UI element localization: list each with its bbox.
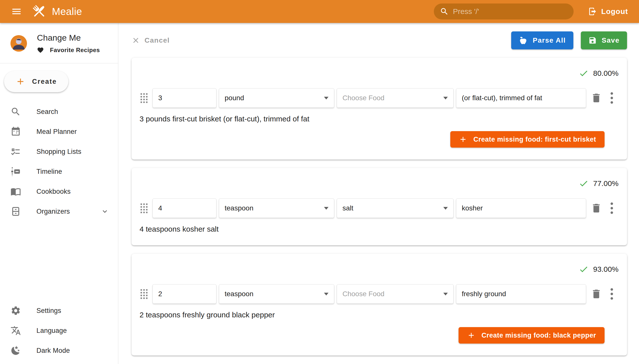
unit-value: teaspoon xyxy=(225,204,253,212)
close-icon xyxy=(132,36,140,45)
delete-icon[interactable] xyxy=(591,202,602,214)
user-profile[interactable]: Change Me Favorite Recipes xyxy=(0,23,118,63)
original-ingredient-text: 3 pounds first-cut brisket (or flat-cut)… xyxy=(138,115,619,123)
save-button[interactable]: Save xyxy=(581,32,627,49)
sidebar-item-label: Settings xyxy=(37,307,109,315)
logout-label: Logout xyxy=(601,7,628,16)
quantity-field[interactable] xyxy=(152,284,217,304)
sidebar-item-language[interactable]: Language xyxy=(0,320,118,340)
sidebar-item-label: Shopping Lists xyxy=(37,148,109,156)
sidebar-item-meal-planner[interactable]: Meal Planner xyxy=(0,122,118,142)
confidence-value: 93.00% xyxy=(593,265,618,274)
delete-icon[interactable] xyxy=(591,288,602,300)
delete-icon[interactable] xyxy=(591,92,602,104)
quantity-field[interactable] xyxy=(152,88,217,108)
sidebar-item-settings[interactable]: Settings xyxy=(0,301,118,320)
original-ingredient-text: 2 teaspoons freshly ground black pepper xyxy=(138,311,619,319)
note-field[interactable] xyxy=(456,284,586,304)
plus-icon xyxy=(467,331,476,340)
dropdown-caret-icon xyxy=(324,293,328,296)
ingredient-fields-row: teaspoon Choose Food xyxy=(138,284,619,304)
create-missing-food-button[interactable]: Create missing food: first-cut brisket xyxy=(450,131,604,148)
unit-select[interactable]: pound xyxy=(219,88,334,108)
create-missing-food-label: Create missing food: first-cut brisket xyxy=(473,136,596,143)
search-icon xyxy=(440,7,449,16)
ingredient-list: 80.00% pound Choose Food 3 pounds fi xyxy=(132,49,627,356)
food-value: Choose Food xyxy=(342,290,384,298)
quantity-field[interactable] xyxy=(152,198,217,218)
logout-button[interactable]: Logout xyxy=(585,4,631,18)
note-input[interactable] xyxy=(462,290,580,298)
drag-handle[interactable] xyxy=(140,289,147,299)
sidebar-nav: Search Meal Planner Shopping Lists xyxy=(0,102,118,222)
food-select[interactable]: Choose Food xyxy=(337,88,454,108)
cancel-button[interactable]: Cancel xyxy=(132,36,170,45)
kebab-menu-icon[interactable] xyxy=(610,92,613,104)
confidence-value: 80.00% xyxy=(593,69,618,78)
kebab-menu-icon[interactable] xyxy=(610,202,613,214)
avatar xyxy=(11,35,27,52)
note-field[interactable] xyxy=(456,198,586,218)
drag-handle[interactable] xyxy=(140,204,147,213)
plus-icon xyxy=(459,135,467,144)
sidebar-item-label: Timeline xyxy=(37,168,109,176)
search-icon xyxy=(11,106,21,117)
ingredient-card: 93.00% teaspoon Choose Food 2 teaspo xyxy=(132,254,627,356)
app-logo[interactable]: Mealie xyxy=(31,3,82,20)
sidebar-item-label: Organizers xyxy=(37,208,85,216)
create-missing-food-row: Create missing food: black pepper xyxy=(138,327,619,344)
create-missing-food-button[interactable]: Create missing food: black pepper xyxy=(459,327,604,344)
quantity-input[interactable] xyxy=(158,290,211,298)
unit-select[interactable]: teaspoon xyxy=(219,198,334,218)
parser-toolbar: Cancel Parse All Save xyxy=(132,32,627,49)
create-missing-food-row: Create missing food: first-cut brisket xyxy=(138,131,619,148)
dropdown-caret-icon xyxy=(443,97,448,100)
apple-icon xyxy=(519,36,528,45)
unit-value: pound xyxy=(225,94,244,102)
sidebar-item-cookbooks[interactable]: Cookbooks xyxy=(0,182,118,202)
note-input[interactable] xyxy=(462,204,580,212)
drag-handle[interactable] xyxy=(140,93,147,103)
food-select[interactable]: salt xyxy=(337,198,454,218)
note-field[interactable] xyxy=(456,88,586,108)
dropdown-caret-icon xyxy=(324,97,328,100)
sidebar-item-shopping-lists[interactable]: Shopping Lists xyxy=(0,142,118,162)
user-name: Change Me xyxy=(37,33,100,43)
sidebar-item-label: Cookbooks xyxy=(37,188,109,196)
quantity-input[interactable] xyxy=(158,204,211,212)
sidebar-item-timeline[interactable]: Timeline xyxy=(0,162,118,182)
create-missing-food-label: Create missing food: black pepper xyxy=(482,332,596,339)
sidebar-divider xyxy=(0,63,118,63)
checklist-icon xyxy=(11,146,21,157)
sidebar-item-label: Search xyxy=(37,108,109,116)
plus-icon xyxy=(16,76,26,86)
check-icon xyxy=(579,178,589,188)
search-input[interactable] xyxy=(453,7,568,16)
hamburger-menu-button[interactable] xyxy=(9,4,25,20)
sidebar: Change Me Favorite Recipes Create Search… xyxy=(0,23,118,364)
note-input[interactable] xyxy=(462,94,580,102)
cabinet-icon xyxy=(11,206,21,217)
global-search[interactable] xyxy=(434,4,574,20)
food-select[interactable]: Choose Food xyxy=(337,284,454,304)
favorite-recipes-label: Favorite Recipes xyxy=(50,46,100,54)
sidebar-bottom-nav: Settings Language Dark Mode xyxy=(0,301,118,364)
gear-icon xyxy=(11,306,21,316)
confidence-indicator: 80.00% xyxy=(138,68,619,78)
app-bar: Mealie Logout xyxy=(0,0,639,23)
translate-icon xyxy=(11,325,21,336)
original-ingredient-text: 4 teaspoons kosher salt xyxy=(138,225,619,233)
sidebar-item-organizers[interactable]: Organizers xyxy=(0,202,118,222)
sidebar-item-dark-mode[interactable]: Dark Mode xyxy=(0,340,118,360)
sidebar-item-label: Language xyxy=(37,327,109,334)
sidebar-item-search[interactable]: Search xyxy=(0,102,118,122)
unit-select[interactable]: teaspoon xyxy=(219,284,334,304)
sidebar-item-label: Meal Planner xyxy=(37,128,109,136)
kebab-menu-icon[interactable] xyxy=(610,288,613,300)
quantity-input[interactable] xyxy=(158,94,211,102)
favorite-recipes-link[interactable]: Favorite Recipes xyxy=(37,46,100,54)
check-icon xyxy=(579,68,589,78)
parse-all-button[interactable]: Parse All xyxy=(511,32,573,49)
confidence-value: 77.00% xyxy=(593,179,618,188)
create-button[interactable]: Create xyxy=(4,71,68,92)
